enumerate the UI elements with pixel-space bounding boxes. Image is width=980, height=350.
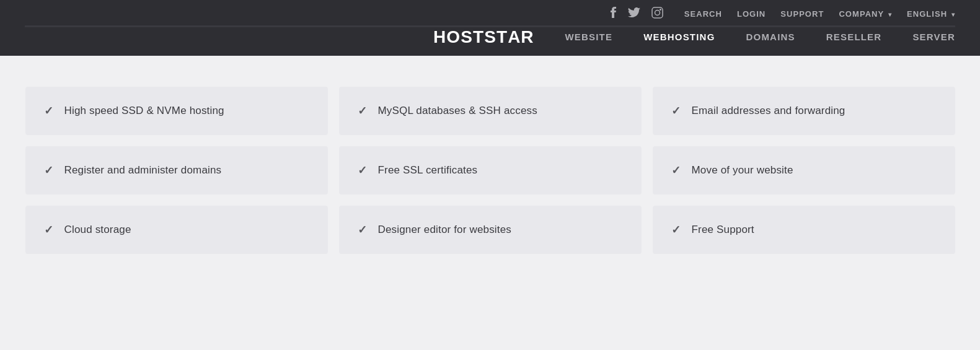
nav-domains[interactable]: DOMAINS (746, 32, 795, 43)
feature-text: Register and administer domains (64, 164, 222, 177)
instagram-icon[interactable] (651, 7, 663, 22)
check-icon: ✓ (44, 104, 53, 118)
main-content: ✓High speed SSD & NVMe hosting✓MySQL dat… (0, 56, 980, 279)
site-header: SEARCH LOGIN SUPPORT COMPANY ▾ ENGLISH ▾… (0, 0, 980, 56)
header-nav-bar: HOSTSTAR WEBSITE WEBHOSTING DOMAINS RESE… (25, 27, 955, 56)
company-dropdown-arrow: ▾ (886, 11, 892, 18)
check-icon: ✓ (358, 104, 367, 118)
language-link[interactable]: ENGLISH ▾ (907, 9, 955, 19)
check-icon: ✓ (358, 223, 367, 237)
feature-card: ✓Register and administer domains (25, 146, 328, 195)
feature-text: High speed SSD & NVMe hosting (64, 105, 224, 117)
feature-card: ✓High speed SSD & NVMe hosting (25, 87, 328, 135)
nav-website[interactable]: WEBSITE (565, 32, 612, 43)
search-link[interactable]: SEARCH (684, 9, 722, 19)
svg-point-2 (660, 9, 661, 10)
feature-card: ✓Move of your website (653, 146, 955, 195)
social-icons-group (610, 6, 663, 22)
feature-text: Free SSL certificates (378, 164, 478, 177)
check-icon: ✓ (671, 223, 681, 237)
header-links-group: SEARCH LOGIN SUPPORT COMPANY ▾ ENGLISH ▾ (684, 9, 955, 19)
facebook-icon[interactable] (610, 6, 617, 22)
language-dropdown-arrow: ▾ (949, 11, 955, 18)
support-link[interactable]: SUPPORT (780, 9, 824, 19)
header-top-bar: SEARCH LOGIN SUPPORT COMPANY ▾ ENGLISH ▾ (25, 0, 955, 25)
svg-point-1 (655, 10, 660, 15)
main-navigation: WEBSITE WEBHOSTING DOMAINS RESELLER SERV… (565, 32, 955, 43)
feature-card: ✓Free SSL certificates (339, 146, 642, 195)
check-icon: ✓ (671, 164, 681, 177)
feature-card: ✓Email addresses and forwarding (653, 87, 955, 135)
feature-text: Cloud storage (64, 224, 131, 236)
login-link[interactable]: LOGIN (737, 9, 766, 19)
twitter-icon[interactable] (628, 7, 640, 21)
nav-webhosting[interactable]: WEBHOSTING (643, 32, 715, 43)
feature-text: Email addresses and forwarding (692, 105, 845, 117)
feature-card: ✓Designer editor for websites (339, 206, 642, 254)
feature-text: Move of your website (692, 164, 793, 177)
feature-card: ✓MySQL databases & SSH access (339, 87, 642, 135)
feature-text: MySQL databases & SSH access (378, 105, 537, 117)
feature-card: ✓Cloud storage (25, 206, 328, 254)
company-link[interactable]: COMPANY ▾ (839, 9, 892, 19)
nav-server[interactable]: SERVER (912, 32, 955, 43)
check-icon: ✓ (44, 223, 53, 237)
site-logo[interactable]: HOSTSTAR (433, 27, 534, 47)
check-icon: ✓ (671, 104, 681, 118)
nav-reseller[interactable]: RESELLER (826, 32, 882, 43)
feature-card: ✓Free Support (653, 206, 955, 254)
features-grid: ✓High speed SSD & NVMe hosting✓MySQL dat… (25, 87, 955, 254)
check-icon: ✓ (358, 164, 367, 177)
feature-text: Designer editor for websites (378, 224, 511, 236)
feature-text: Free Support (692, 224, 754, 236)
check-icon: ✓ (44, 164, 53, 177)
